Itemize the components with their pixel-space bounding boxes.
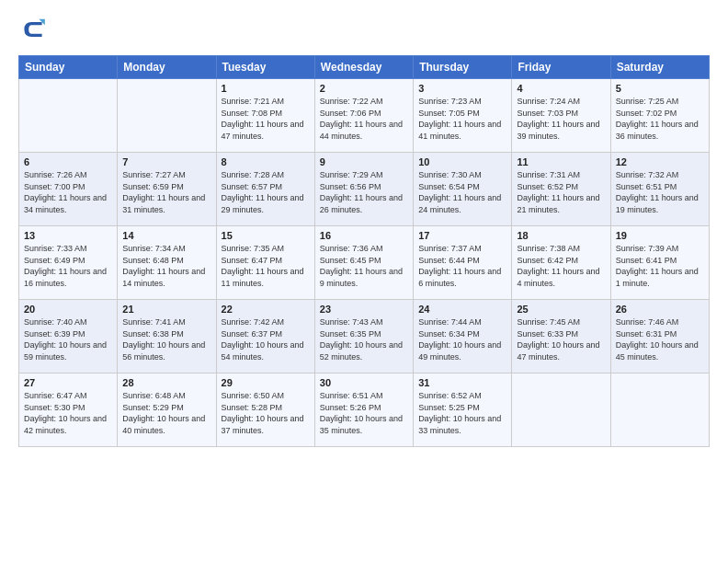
day-number: 24 bbox=[418, 304, 506, 315]
day-cell bbox=[610, 373, 709, 447]
day-info: Sunrise: 7:45 AM Sunset: 6:33 PM Dayligh… bbox=[517, 316, 605, 362]
day-cell bbox=[512, 373, 610, 447]
day-info: Sunrise: 7:33 AM Sunset: 6:49 PM Dayligh… bbox=[24, 243, 112, 289]
day-info: Sunrise: 7:30 AM Sunset: 6:54 PM Dayligh… bbox=[418, 169, 506, 215]
day-cell: 11Sunrise: 7:31 AM Sunset: 6:52 PM Dayli… bbox=[512, 153, 610, 226]
day-number: 15 bbox=[222, 230, 310, 241]
day-cell: 18Sunrise: 7:38 AM Sunset: 6:42 PM Dayli… bbox=[512, 226, 610, 300]
day-cell: 29Sunrise: 6:50 AM Sunset: 5:28 PM Dayli… bbox=[216, 373, 314, 447]
day-number: 25 bbox=[517, 304, 605, 315]
day-number: 20 bbox=[24, 304, 112, 315]
day-info: Sunrise: 6:51 AM Sunset: 5:26 PM Dayligh… bbox=[320, 390, 408, 436]
day-cell: 20Sunrise: 7:40 AM Sunset: 6:39 PM Dayli… bbox=[19, 300, 118, 373]
day-number: 16 bbox=[320, 230, 408, 241]
week-row-4: 20Sunrise: 7:40 AM Sunset: 6:39 PM Dayli… bbox=[19, 300, 710, 373]
col-header-wednesday: Wednesday bbox=[314, 56, 413, 79]
day-info: Sunrise: 7:35 AM Sunset: 6:47 PM Dayligh… bbox=[222, 243, 310, 289]
day-info: Sunrise: 7:24 AM Sunset: 7:03 PM Dayligh… bbox=[517, 96, 605, 142]
day-number: 12 bbox=[616, 156, 704, 167]
day-info: Sunrise: 7:27 AM Sunset: 6:59 PM Dayligh… bbox=[122, 169, 210, 215]
day-info: Sunrise: 7:22 AM Sunset: 7:06 PM Dayligh… bbox=[320, 96, 408, 142]
day-cell: 30Sunrise: 6:51 AM Sunset: 5:26 PM Dayli… bbox=[314, 373, 413, 447]
day-number: 18 bbox=[517, 230, 605, 241]
day-number: 23 bbox=[320, 304, 408, 315]
day-cell: 7Sunrise: 7:27 AM Sunset: 6:59 PM Daylig… bbox=[118, 153, 216, 226]
day-number: 30 bbox=[320, 377, 408, 388]
day-info: Sunrise: 7:34 AM Sunset: 6:48 PM Dayligh… bbox=[122, 243, 210, 289]
day-number: 21 bbox=[122, 304, 210, 315]
day-info: Sunrise: 7:28 AM Sunset: 6:57 PM Dayligh… bbox=[222, 169, 310, 215]
day-cell: 2Sunrise: 7:22 AM Sunset: 7:06 PM Daylig… bbox=[314, 79, 413, 153]
day-number: 14 bbox=[122, 230, 210, 241]
day-info: Sunrise: 6:47 AM Sunset: 5:30 PM Dayligh… bbox=[24, 390, 112, 436]
day-cell: 13Sunrise: 7:33 AM Sunset: 6:49 PM Dayli… bbox=[19, 226, 118, 300]
header-row: SundayMondayTuesdayWednesdayThursdayFrid… bbox=[19, 56, 710, 79]
day-number: 17 bbox=[418, 230, 506, 241]
day-info: Sunrise: 7:43 AM Sunset: 6:35 PM Dayligh… bbox=[320, 316, 408, 362]
col-header-sunday: Sunday bbox=[19, 56, 118, 79]
day-cell: 24Sunrise: 7:44 AM Sunset: 6:34 PM Dayli… bbox=[414, 300, 512, 373]
day-info: Sunrise: 7:26 AM Sunset: 7:00 PM Dayligh… bbox=[24, 169, 112, 215]
day-info: Sunrise: 7:37 AM Sunset: 6:44 PM Dayligh… bbox=[418, 243, 506, 289]
col-header-saturday: Saturday bbox=[610, 56, 709, 79]
day-cell: 31Sunrise: 6:52 AM Sunset: 5:25 PM Dayli… bbox=[414, 373, 512, 447]
day-number: 2 bbox=[320, 83, 408, 94]
day-number: 19 bbox=[616, 230, 704, 241]
day-info: Sunrise: 6:48 AM Sunset: 5:29 PM Dayligh… bbox=[122, 390, 210, 436]
day-number: 3 bbox=[418, 83, 506, 94]
col-header-tuesday: Tuesday bbox=[216, 56, 314, 79]
day-cell: 16Sunrise: 7:36 AM Sunset: 6:45 PM Dayli… bbox=[314, 226, 413, 300]
day-cell: 17Sunrise: 7:37 AM Sunset: 6:44 PM Dayli… bbox=[414, 226, 512, 300]
day-cell: 14Sunrise: 7:34 AM Sunset: 6:48 PM Dayli… bbox=[118, 226, 216, 300]
day-number: 26 bbox=[616, 304, 704, 315]
day-info: Sunrise: 6:52 AM Sunset: 5:25 PM Dayligh… bbox=[418, 390, 506, 436]
day-info: Sunrise: 7:23 AM Sunset: 7:05 PM Dayligh… bbox=[418, 96, 506, 142]
day-info: Sunrise: 7:31 AM Sunset: 6:52 PM Dayligh… bbox=[517, 169, 605, 215]
day-cell bbox=[19, 79, 118, 153]
day-info: Sunrise: 6:50 AM Sunset: 5:28 PM Dayligh… bbox=[222, 390, 310, 436]
calendar-table: SundayMondayTuesdayWednesdayThursdayFrid… bbox=[18, 55, 710, 447]
day-info: Sunrise: 7:41 AM Sunset: 6:38 PM Dayligh… bbox=[122, 316, 210, 362]
day-cell: 26Sunrise: 7:46 AM Sunset: 6:31 PM Dayli… bbox=[610, 300, 709, 373]
day-number: 10 bbox=[418, 156, 506, 167]
day-cell: 19Sunrise: 7:39 AM Sunset: 6:41 PM Dayli… bbox=[610, 226, 709, 300]
day-number: 13 bbox=[24, 230, 112, 241]
day-cell: 3Sunrise: 7:23 AM Sunset: 7:05 PM Daylig… bbox=[414, 79, 512, 153]
day-info: Sunrise: 7:46 AM Sunset: 6:31 PM Dayligh… bbox=[616, 316, 704, 362]
day-info: Sunrise: 7:40 AM Sunset: 6:39 PM Dayligh… bbox=[24, 316, 112, 362]
day-info: Sunrise: 7:42 AM Sunset: 6:37 PM Dayligh… bbox=[222, 316, 310, 362]
day-cell: 27Sunrise: 6:47 AM Sunset: 5:30 PM Dayli… bbox=[19, 373, 118, 447]
day-cell: 23Sunrise: 7:43 AM Sunset: 6:35 PM Dayli… bbox=[314, 300, 413, 373]
day-info: Sunrise: 7:38 AM Sunset: 6:42 PM Dayligh… bbox=[517, 243, 605, 289]
week-row-2: 6Sunrise: 7:26 AM Sunset: 7:00 PM Daylig… bbox=[19, 153, 710, 226]
day-cell: 12Sunrise: 7:32 AM Sunset: 6:51 PM Dayli… bbox=[610, 153, 709, 226]
day-cell: 5Sunrise: 7:25 AM Sunset: 7:02 PM Daylig… bbox=[610, 79, 709, 153]
day-number: 11 bbox=[517, 156, 605, 167]
page: SundayMondayTuesdayWednesdayThursdayFrid… bbox=[0, 0, 728, 456]
day-cell: 6Sunrise: 7:26 AM Sunset: 7:00 PM Daylig… bbox=[19, 153, 118, 226]
day-cell: 22Sunrise: 7:42 AM Sunset: 6:37 PM Dayli… bbox=[216, 300, 314, 373]
logo bbox=[18, 15, 51, 44]
day-cell: 10Sunrise: 7:30 AM Sunset: 6:54 PM Dayli… bbox=[414, 153, 512, 226]
day-cell: 28Sunrise: 6:48 AM Sunset: 5:29 PM Dayli… bbox=[118, 373, 216, 447]
day-info: Sunrise: 7:29 AM Sunset: 6:56 PM Dayligh… bbox=[320, 169, 408, 215]
day-number: 28 bbox=[122, 377, 210, 388]
col-header-thursday: Thursday bbox=[414, 56, 512, 79]
week-row-1: 1Sunrise: 7:21 AM Sunset: 7:08 PM Daylig… bbox=[19, 79, 710, 153]
day-cell: 21Sunrise: 7:41 AM Sunset: 6:38 PM Dayli… bbox=[118, 300, 216, 373]
header bbox=[18, 15, 710, 44]
day-cell: 15Sunrise: 7:35 AM Sunset: 6:47 PM Dayli… bbox=[216, 226, 314, 300]
day-number: 5 bbox=[616, 83, 704, 94]
week-row-5: 27Sunrise: 6:47 AM Sunset: 5:30 PM Dayli… bbox=[19, 373, 710, 447]
day-number: 1 bbox=[222, 83, 310, 94]
day-number: 4 bbox=[517, 83, 605, 94]
day-cell: 8Sunrise: 7:28 AM Sunset: 6:57 PM Daylig… bbox=[216, 153, 314, 226]
day-info: Sunrise: 7:21 AM Sunset: 7:08 PM Dayligh… bbox=[222, 96, 310, 142]
day-number: 6 bbox=[24, 156, 112, 167]
day-cell bbox=[118, 79, 216, 153]
day-number: 9 bbox=[320, 156, 408, 167]
day-number: 22 bbox=[222, 304, 310, 315]
day-cell: 4Sunrise: 7:24 AM Sunset: 7:03 PM Daylig… bbox=[512, 79, 610, 153]
day-info: Sunrise: 7:32 AM Sunset: 6:51 PM Dayligh… bbox=[616, 169, 704, 215]
day-number: 31 bbox=[418, 377, 506, 388]
